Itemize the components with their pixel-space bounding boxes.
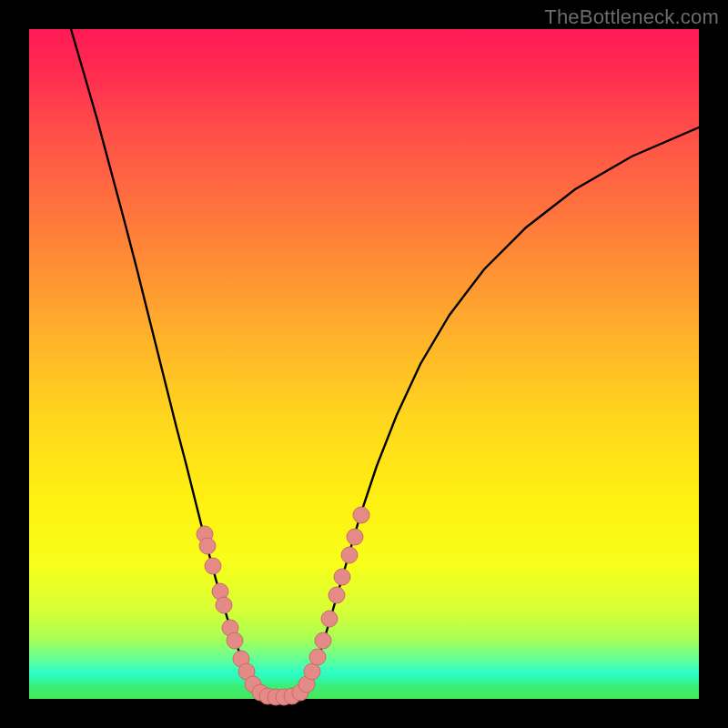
highlight-dots-group	[197, 507, 369, 705]
highlight-dot	[304, 663, 320, 680]
highlight-dot	[227, 632, 243, 649]
highlight-dot	[199, 538, 216, 554]
highlight-dot	[329, 587, 345, 603]
highlight-dot	[321, 611, 338, 627]
highlight-dot	[334, 569, 350, 585]
bottleneck-curve-right	[302, 127, 699, 693]
highlight-dot	[341, 547, 358, 563]
highlight-dot	[205, 558, 221, 574]
outer-frame: TheBottleneck.com	[0, 0, 728, 728]
highlight-dot	[315, 632, 331, 649]
bottleneck-curve-left	[71, 29, 258, 693]
highlight-dot	[309, 649, 326, 665]
highlight-dot	[347, 529, 363, 545]
chart-overlay	[29, 29, 699, 699]
watermark-text: TheBottleneck.com	[544, 5, 719, 29]
highlight-dot	[216, 597, 232, 613]
highlight-dot	[353, 507, 369, 523]
